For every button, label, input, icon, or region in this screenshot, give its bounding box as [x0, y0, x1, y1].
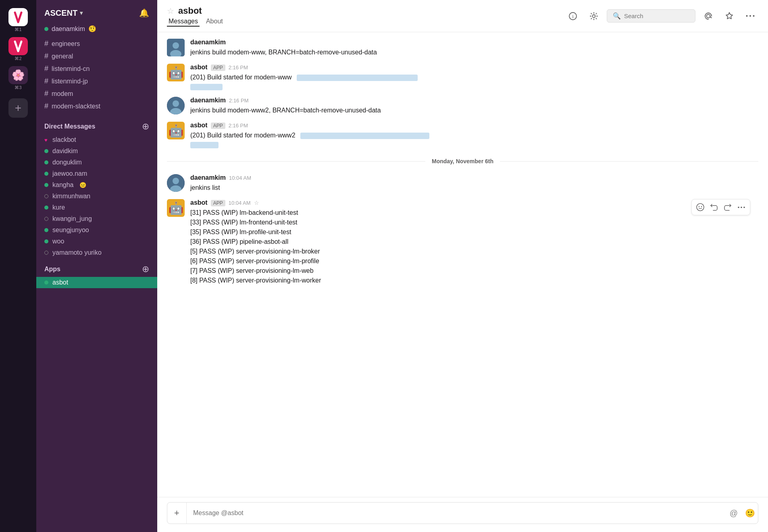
star-channel-button[interactable]: ☆: [167, 6, 174, 16]
dm-item-kimmunhwan[interactable]: kimmunhwan: [36, 191, 157, 202]
message-content-6: asbot APP 10:04 AM ☆ [31] PASS (WIP) lm-…: [190, 199, 758, 285]
dm-item-donguklim[interactable]: donguklim: [36, 157, 157, 168]
add-attachment-button[interactable]: +: [167, 503, 187, 524]
heart-status-icon: ♥: [44, 138, 48, 142]
star-message-button[interactable]: ☆: [254, 200, 259, 206]
chat-title-name: asbot: [178, 6, 202, 16]
reply-button[interactable]: [708, 201, 720, 213]
hash-icon: #: [44, 52, 48, 60]
chat-area: ☆ asbot Messages About i 🔍: [157, 0, 768, 532]
current-user-status: daenamkim 🤨: [36, 23, 157, 37]
message-content-4: asbot APP 2:16 PM (201) Build started fo…: [190, 122, 758, 148]
apps-label: Apps: [44, 266, 60, 273]
message-badge-6: APP: [211, 200, 225, 206]
online-status-dot: [44, 27, 48, 31]
messages-container[interactable]: daenamkim jenkins build modem-www, BRANC…: [157, 32, 768, 497]
offline-dot-icon: [44, 217, 48, 221]
chat-header-right: i 🔍: [565, 8, 758, 24]
at-button[interactable]: [700, 8, 716, 24]
sidebar-item-modem[interactable]: # modem: [36, 87, 157, 100]
message-group-1: daenamkim jenkins build modem-www, BRANC…: [167, 39, 758, 57]
svg-point-20: [741, 206, 742, 208]
add-dm-button[interactable]: ⊕: [142, 121, 149, 132]
message-group-5: daenamkim 10:04 AM jenkins list: [167, 174, 758, 193]
dm-item-kwangin[interactable]: kwangin_jung: [36, 213, 157, 224]
sidebar-item-engineers[interactable]: # engineers: [36, 37, 157, 50]
avatar-asbot-4: 🤖: [167, 122, 185, 139]
chat-header: ☆ asbot Messages About i 🔍: [157, 0, 768, 32]
blur-content-1: [297, 75, 418, 81]
message-group-4: 🤖 asbot APP 2:16 PM (201) Build started …: [167, 122, 758, 148]
add-app-button[interactable]: ⊕: [142, 264, 149, 274]
svg-point-17: [699, 206, 699, 207]
hash-icon: #: [44, 89, 48, 98]
dm-item-davidkim[interactable]: davidkim: [36, 145, 157, 157]
message-time-6: 10:04 AM: [229, 200, 251, 206]
dm-item-woo[interactable]: woo: [36, 236, 157, 247]
hash-icon: #: [44, 39, 48, 48]
chat-title: ☆ asbot: [167, 6, 565, 16]
message-group-2: 🤖 asbot APP 2:16 PM (201) Build started …: [167, 64, 758, 90]
sidebar-item-modem-slacktest[interactable]: # modem-slacktest: [36, 100, 157, 112]
search-input[interactable]: [624, 12, 689, 19]
workspace-logo-2: [8, 37, 28, 55]
online-dot-icon: [44, 172, 48, 176]
message-input-area: + @ 🙂: [157, 497, 768, 532]
search-icon: 🔍: [613, 12, 621, 20]
workspace-icon-2[interactable]: ⌘2: [6, 37, 30, 61]
apps-section-header: Apps ⊕: [44, 264, 149, 274]
svg-point-8: [173, 42, 179, 49]
tab-messages[interactable]: Messages: [167, 17, 200, 27]
sidebar-item-listenmind-jp[interactable]: # listenmind-jp: [36, 75, 157, 87]
forward-button[interactable]: [722, 201, 734, 213]
current-username: daenamkim: [52, 25, 85, 33]
workspace-shortcut-3: ⌘3: [15, 85, 21, 90]
chat-tabs: Messages About: [167, 17, 565, 27]
message-content-5: daenamkim 10:04 AM jenkins list: [190, 174, 758, 193]
svg-point-21: [743, 206, 745, 208]
bell-icon[interactable]: 🔔: [139, 8, 149, 18]
workspace-name[interactable]: ASCENT ▾: [44, 8, 83, 18]
settings-button[interactable]: [586, 8, 602, 24]
sidebar-item-listenmind-cn[interactable]: # listenmind-cn: [36, 62, 157, 75]
dm-item-kure[interactable]: kure: [36, 202, 157, 213]
bot-face-icon: 🤖: [169, 66, 183, 80]
more-actions-button[interactable]: [735, 201, 747, 213]
workspace-shortcut-2: ⌘2: [15, 56, 21, 61]
channel-sidebar: ASCENT ▾ 🔔 daenamkim 🤨 # engineers # gen…: [36, 0, 157, 532]
message-content-2: asbot APP 2:16 PM (201) Build started fo…: [190, 64, 758, 90]
dm-item-kangha[interactable]: kangha 😐: [36, 179, 157, 191]
message-header-1: daenamkim: [190, 39, 758, 46]
workspace-icon-3[interactable]: 🌸 ⌘3: [6, 66, 30, 90]
dm-item-asbot[interactable]: asbot: [36, 277, 157, 288]
message-input[interactable]: [187, 504, 726, 522]
message-time-5: 10:04 AM: [229, 175, 251, 181]
more-button[interactable]: [742, 8, 758, 24]
offline-dot-icon: [44, 251, 48, 255]
message-header-5: daenamkim 10:04 AM: [190, 174, 758, 181]
search-box[interactable]: 🔍: [607, 9, 695, 23]
dm-item-yamamoto[interactable]: yamamoto yuriko: [36, 247, 157, 258]
sidebar-item-general[interactable]: # general: [36, 50, 157, 62]
emoji-reaction-button[interactable]: [694, 201, 706, 213]
dm-item-seungjunyoo[interactable]: seungjunyoo: [36, 224, 157, 236]
hash-icon: #: [44, 102, 48, 110]
message-text-4: (201) Build started for modem-www2: [190, 131, 758, 148]
emoji-button[interactable]: 🙂: [742, 503, 758, 524]
workspace-icon-1[interactable]: ⌘1: [6, 8, 30, 32]
add-workspace-button[interactable]: +: [8, 98, 28, 118]
dm-item-jaewoo[interactable]: jaewoo.nam: [36, 168, 157, 179]
message-input-box: + @ 🙂: [167, 502, 758, 524]
online-dot-icon: [44, 160, 48, 164]
svg-text:i: i: [572, 13, 574, 19]
star-button[interactable]: [721, 8, 737, 24]
at-mention-button[interactable]: @: [726, 503, 742, 524]
message-actions: [691, 199, 750, 215]
info-button[interactable]: i: [565, 8, 581, 24]
tab-about[interactable]: About: [204, 17, 225, 27]
svg-point-4: [746, 15, 748, 17]
avatar-daenamkim-3: [167, 97, 185, 114]
online-dot-icon: [44, 149, 48, 153]
dm-section-header: Direct Messages ⊕: [36, 116, 157, 134]
dm-item-slackbot[interactable]: ♥ slackbot: [36, 134, 157, 145]
